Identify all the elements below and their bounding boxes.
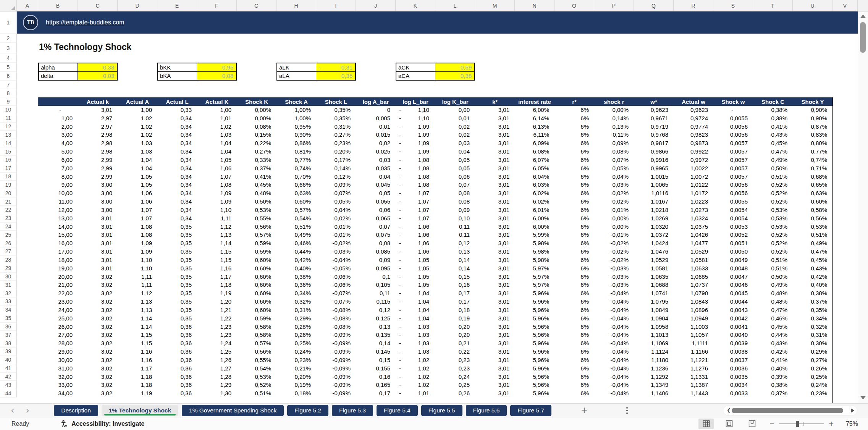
cell[interactable]: 1,1236 <box>634 364 674 373</box>
param-value-alk[interactable]: -0,31 <box>316 63 355 72</box>
column-header-V[interactable]: V <box>832 0 858 11</box>
cell[interactable]: -1,07 <box>396 189 435 197</box>
cell[interactable]: -0,01% <box>316 231 356 239</box>
cell[interactable]: 0,63% <box>276 189 316 197</box>
vertical-scrollbar-thumb[interactable] <box>860 22 866 53</box>
cell[interactable]: 1,09 <box>197 197 237 206</box>
cell[interactable]: 1,0737 <box>674 281 713 289</box>
cell[interactable]: 1,00 <box>38 114 78 123</box>
cell[interactable]: 0,33% <box>237 156 276 164</box>
cell[interactable]: 0,04 <box>356 173 396 181</box>
cell[interactable]: 25,00 <box>38 314 78 323</box>
column-header-M[interactable]: M <box>475 0 515 11</box>
cell[interactable]: 3,01 <box>475 223 515 231</box>
cell[interactable]: 0,0057 <box>713 156 753 164</box>
cell[interactable]: -0,04% <box>594 356 634 364</box>
cell[interactable]: 9,00 <box>38 181 78 189</box>
cell[interactable]: 0,23 <box>435 356 475 364</box>
cell[interactable]: 2,00 <box>38 123 78 131</box>
cell[interactable]: 0,34% <box>793 314 832 323</box>
cell[interactable]: 0,41% <box>237 173 276 181</box>
cell[interactable]: -0,04% <box>594 381 634 389</box>
cell[interactable]: 0,29% <box>793 348 832 356</box>
cell[interactable]: 6,13% <box>515 123 554 131</box>
row-header-16[interactable]: 16 <box>0 156 17 164</box>
cell[interactable]: 0,53% <box>753 223 793 231</box>
cell[interactable]: -0,04% <box>594 297 634 306</box>
cell[interactable]: 0,09 <box>356 256 396 264</box>
cell[interactable]: 0,49% <box>753 281 793 289</box>
cell[interactable]: 1,08 <box>197 181 237 189</box>
cell[interactable]: 0,9866 <box>634 147 674 156</box>
column-header-H[interactable]: H <box>276 0 316 11</box>
row-header-3[interactable]: 3 <box>0 43 17 53</box>
cell[interactable]: 1,04 <box>118 156 157 164</box>
cell[interactable]: 0,9823 <box>674 131 713 139</box>
cell[interactable]: -0,03% <box>316 247 356 256</box>
cell[interactable]: 0,35 <box>157 256 197 264</box>
cell[interactable]: 1,00 <box>197 106 237 114</box>
cell[interactable]: 3,01 <box>475 389 515 398</box>
cell[interactable]: -1,02 <box>396 381 435 389</box>
cell[interactable]: 1,0424 <box>634 239 674 247</box>
cell[interactable]: 0,52% <box>753 189 793 197</box>
cell[interactable]: 0,17 <box>435 297 475 306</box>
cell[interactable]: 0,9623 <box>674 106 713 114</box>
cell[interactable]: 6% <box>554 156 594 164</box>
cell[interactable]: 1,06 <box>197 164 237 173</box>
cell[interactable]: 3,02 <box>78 381 118 389</box>
cell[interactable]: 0,14 <box>356 339 396 348</box>
cell[interactable]: 0,42% <box>793 273 832 281</box>
cell[interactable]: 0,075 <box>356 231 396 239</box>
cell[interactable]: 0,17% <box>316 156 356 164</box>
cell[interactable]: 1,26 <box>197 356 237 364</box>
table-header-actual-k[interactable]: Actual k <box>78 97 118 106</box>
cell[interactable]: 0,21% <box>276 364 316 373</box>
column-header-P[interactable]: P <box>594 0 634 11</box>
cell[interactable]: 0,07 <box>356 223 396 231</box>
cell[interactable]: 0,90% <box>793 106 832 114</box>
cell[interactable]: 3,02 <box>78 331 118 339</box>
cell[interactable]: 3,01 <box>78 256 118 264</box>
cell[interactable]: 1,08 <box>118 231 157 239</box>
cell[interactable]: 1,0635 <box>634 273 674 281</box>
cell[interactable]: 5,96% <box>515 339 554 348</box>
cell[interactable]: 3,02 <box>78 281 118 289</box>
cell[interactable]: 6,05% <box>515 164 554 173</box>
cell[interactable]: 0,53% <box>237 206 276 214</box>
cell[interactable]: 0,08% <box>594 147 634 156</box>
cell[interactable]: 1,0375 <box>674 223 713 231</box>
cell[interactable]: 0,59% <box>237 239 276 247</box>
cell[interactable]: 28,00 <box>38 339 78 348</box>
cell[interactable]: -1,09 <box>396 123 435 131</box>
cell[interactable]: 0,53% <box>753 206 793 214</box>
cell[interactable]: 1,00 <box>118 106 157 114</box>
website-link[interactable]: https://template-buddies.com <box>46 19 124 26</box>
cell[interactable]: 0,135 <box>356 331 396 339</box>
cell[interactable]: 0,9671 <box>634 114 674 123</box>
cell[interactable]: 0,43% <box>753 339 793 348</box>
cell[interactable]: 5,96% <box>515 306 554 314</box>
cell[interactable]: 0,35 <box>157 273 197 281</box>
cell[interactable]: 0,9724 <box>674 114 713 123</box>
cell[interactable]: 0,0035 <box>713 373 753 381</box>
cell[interactable]: 0,37% <box>793 297 832 306</box>
cell[interactable]: 1,1349 <box>634 381 674 389</box>
cell[interactable]: 0,12 <box>435 239 475 247</box>
cell[interactable]: 1,02 <box>118 123 157 131</box>
cell[interactable]: 6,03% <box>515 181 554 189</box>
tab-figure-5-4[interactable]: Figure 5.4 <box>377 405 418 416</box>
cell[interactable]: 1,15 <box>118 331 157 339</box>
cell[interactable]: 6,07% <box>515 156 554 164</box>
cell[interactable]: 1,07 <box>197 173 237 181</box>
cell[interactable]: 0,51% <box>237 389 276 398</box>
tab-figure-5-7[interactable]: Figure 5.7 <box>510 405 551 416</box>
cell[interactable]: 0,34 <box>157 131 197 139</box>
cell[interactable]: 0,31% <box>316 123 356 131</box>
table-header-shock-r[interactable]: shock r <box>594 97 634 106</box>
cell[interactable]: 0,10 <box>435 214 475 223</box>
cell[interactable]: 1,0529 <box>674 247 713 256</box>
cell[interactable]: 0,20% <box>316 147 356 156</box>
cell[interactable]: 0,00 <box>435 106 475 114</box>
cell[interactable]: -1,03 <box>396 339 435 348</box>
